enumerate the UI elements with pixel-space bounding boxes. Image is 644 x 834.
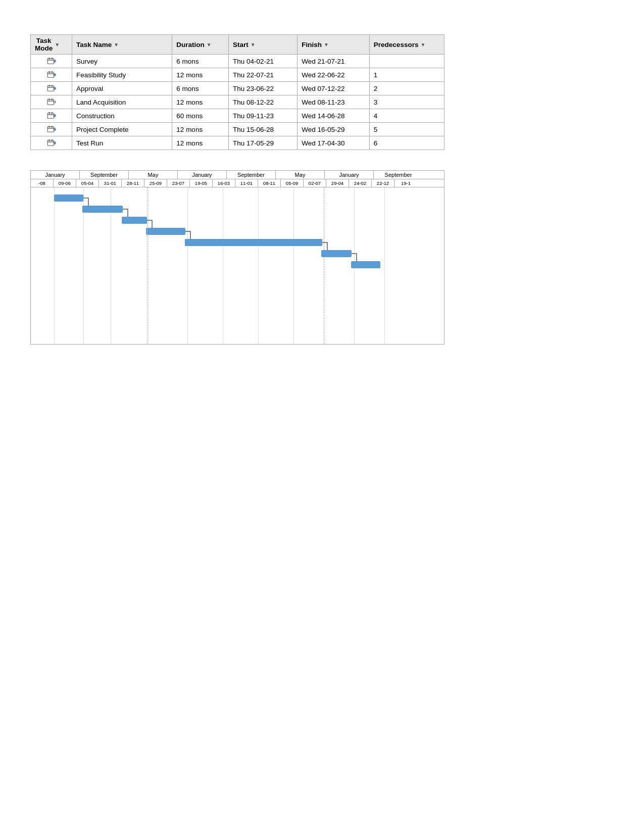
svg-rect-15 xyxy=(47,100,54,105)
svg-rect-21 xyxy=(47,114,54,115)
task-finish-cell: Wed 07-12-22 xyxy=(298,82,370,95)
table-row: Approval6 monsThu 23-06-22Wed 07-12-222 xyxy=(31,82,444,95)
task-mode-icon xyxy=(35,111,68,120)
task-finish-cell: Wed 16-05-29 xyxy=(298,123,370,136)
task-predecessors-cell: 2 xyxy=(369,82,444,95)
gantt-date-header: 05-09 xyxy=(281,179,304,187)
svg-marker-19 xyxy=(55,101,56,104)
gantt-date-header: 08-11 xyxy=(258,179,281,187)
table-row: Test Run12 monsThu 17-05-29Wed 17-04-306 xyxy=(31,136,444,150)
table-row: Survey6 monsThu 04-02-21Wed 21-07-21 xyxy=(31,55,444,68)
svg-rect-12 xyxy=(48,85,49,87)
gantt-vertical-line xyxy=(293,187,294,344)
task-mode-dropdown-icon[interactable]: ▼ xyxy=(55,42,60,47)
gantt-bar xyxy=(351,261,380,268)
col-task-name: Task Name ▼ xyxy=(72,35,172,55)
gantt-month-header: May xyxy=(276,171,325,179)
task-duration-cell: 12 mons xyxy=(172,123,229,136)
table-row: Land Acquisition12 monsThu 08-12-22Wed 0… xyxy=(31,95,444,109)
svg-rect-28 xyxy=(52,126,53,128)
task-finish-cell: Wed 14-06-28 xyxy=(298,109,370,123)
task-mode-cell xyxy=(31,55,72,68)
gantt-date-header: 23-07 xyxy=(167,179,190,187)
task-mode-cell xyxy=(31,123,72,136)
start-dropdown-icon[interactable]: ▼ xyxy=(251,42,256,47)
task-finish-cell: Wed 22-06-22 xyxy=(298,68,370,82)
predecessors-dropdown-icon[interactable]: ▼ xyxy=(420,42,425,47)
gantt-dashed-line xyxy=(324,187,324,344)
svg-rect-17 xyxy=(48,99,49,101)
task-predecessors-cell: 4 xyxy=(369,109,444,123)
task-finish-cell: Wed 21-07-21 xyxy=(298,55,370,68)
svg-rect-5 xyxy=(47,72,54,78)
task-mode-icon xyxy=(35,125,68,134)
task-duration-cell: 6 mons xyxy=(172,55,229,68)
task-name-cell: Feasibility Study xyxy=(72,68,172,82)
col-task-mode: TaskMode ▼ xyxy=(31,35,72,55)
task-duration-cell: 12 mons xyxy=(172,95,229,109)
svg-rect-8 xyxy=(52,71,53,73)
col-duration: Duration ▼ xyxy=(172,35,229,55)
svg-rect-3 xyxy=(52,58,53,60)
gantt-month-header: September xyxy=(374,171,423,179)
svg-rect-20 xyxy=(47,113,54,119)
duration-dropdown-icon[interactable]: ▼ xyxy=(207,42,212,47)
task-duration-cell: 12 mons xyxy=(172,68,229,82)
gantt-month-header: January xyxy=(178,171,227,179)
gantt-date-header: 29-04 xyxy=(326,179,349,187)
gantt-vertical-line xyxy=(223,187,223,344)
gantt-date-header: 05-04 xyxy=(76,179,99,187)
svg-rect-16 xyxy=(47,101,54,101)
svg-rect-13 xyxy=(52,85,53,87)
table-header-row: TaskMode ▼ Task Name ▼ Duration ▼ Start xyxy=(31,35,444,55)
svg-rect-7 xyxy=(48,71,49,73)
task-start-cell: Thu 23-06-22 xyxy=(228,82,297,95)
gantt-vertical-line xyxy=(187,187,188,344)
task-predecessors-cell: 6 xyxy=(369,136,444,150)
col-start: Start ▼ xyxy=(228,35,297,55)
task-name-cell: Construction xyxy=(72,109,172,123)
gantt-date-header: 02-07 xyxy=(304,179,326,187)
task-mode-cell xyxy=(31,136,72,150)
task-start-cell: Thu 17-05-29 xyxy=(228,136,297,150)
task-mode-cell xyxy=(31,109,72,123)
svg-rect-26 xyxy=(47,128,54,128)
gantt-vertical-line xyxy=(258,187,259,344)
svg-rect-0 xyxy=(47,59,54,64)
col-finish: Finish ▼ xyxy=(298,35,370,55)
task-duration-cell: 6 mons xyxy=(172,82,229,95)
svg-rect-1 xyxy=(47,60,54,60)
task-start-cell: Thu 08-12-22 xyxy=(228,95,297,109)
gantt-date-header: 19-05 xyxy=(190,179,213,187)
task-start-cell: Thu 15-06-28 xyxy=(228,123,297,136)
gantt-left-vertical xyxy=(147,187,147,344)
task-start-cell: Thu 22-07-21 xyxy=(228,68,297,82)
task-predecessors-cell: 1 xyxy=(369,68,444,82)
task-mode-cell xyxy=(31,82,72,95)
svg-rect-23 xyxy=(52,112,53,114)
task-start-cell: Thu 09-11-23 xyxy=(228,109,297,123)
task-predecessors-cell: 5 xyxy=(369,123,444,136)
finish-dropdown-icon[interactable]: ▼ xyxy=(324,42,329,47)
task-name-cell: Land Acquisition xyxy=(72,95,172,109)
table-row: Feasibility Study12 monsThu 22-07-21Wed … xyxy=(31,68,444,82)
task-name-dropdown-icon[interactable]: ▼ xyxy=(114,42,119,47)
gantt-month-header: September xyxy=(227,171,276,179)
table-row: Construction60 monsThu 09-11-23Wed 14-06… xyxy=(31,109,444,123)
col-predecessors: Predecessors ▼ xyxy=(369,35,444,55)
gantt-table: TaskMode ▼ Task Name ▼ Duration ▼ Start xyxy=(30,34,444,150)
svg-rect-6 xyxy=(47,73,54,74)
gantt-date-header: 31-01 xyxy=(99,179,122,187)
table-row: Project Complete12 monsThu 15-06-28Wed 1… xyxy=(31,123,444,136)
task-start-cell: Thu 04-02-21 xyxy=(228,55,297,68)
task-duration-cell: 60 mons xyxy=(172,109,229,123)
task-mode-icon xyxy=(35,70,68,79)
svg-rect-33 xyxy=(52,139,53,141)
gantt-vertical-line xyxy=(148,187,148,344)
task-mode-icon xyxy=(35,84,68,93)
gantt-date-header: 25-09 xyxy=(144,179,167,187)
task-mode-cell xyxy=(31,68,72,82)
gantt-date-header: 09-06 xyxy=(54,179,76,187)
gantt-bar xyxy=(185,239,322,246)
gantt-month-header: January xyxy=(31,171,80,179)
